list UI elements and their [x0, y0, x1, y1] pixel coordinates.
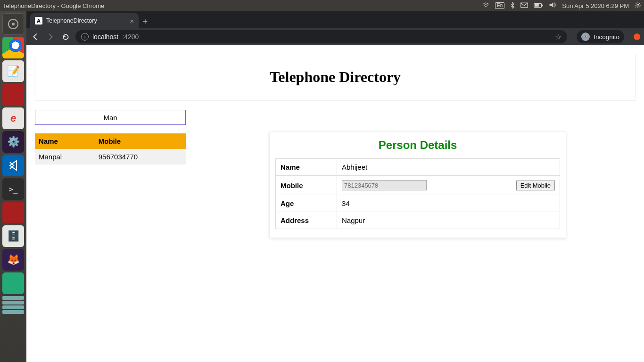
edit-mobile-button[interactable]: Edit Mobile	[516, 181, 555, 190]
incognito-icon: 👓	[581, 33, 590, 41]
browser-toolbar: i localhost:4200 ☆ 👓 Incognito	[26, 28, 644, 45]
volume-icon[interactable]	[549, 2, 556, 9]
results-table: Name Mobile Manpal 9567034770	[35, 133, 186, 165]
launcher-running-apps	[2, 296, 24, 314]
url-port: :4200	[122, 33, 139, 41]
label-address: Address	[276, 212, 337, 229]
svg-rect-4	[535, 4, 539, 7]
label-mobile: Mobile	[276, 176, 337, 195]
tabstrip: A TelephoneDirectory × +	[26, 11, 644, 28]
address-bar[interactable]: i localhost:4200 ☆	[75, 30, 567, 43]
col-mobile-header: Mobile	[95, 133, 186, 149]
clock[interactable]: Sun Apr 5 2020 6:29 PM	[562, 2, 629, 9]
search-input[interactable]	[35, 110, 186, 125]
bookmark-icon[interactable]: ☆	[555, 33, 561, 41]
person-details-card: Person Details Name Abhijeet Mobile	[269, 132, 566, 238]
details-table: Name Abhijeet Mobile Edit Mobile	[275, 158, 560, 229]
launcher-chrome-icon[interactable]	[2, 37, 24, 58]
launcher-pdf-icon[interactable]	[2, 107, 24, 129]
results-header-row: Name Mobile	[35, 133, 186, 149]
mail-icon[interactable]	[520, 2, 528, 9]
svg-point-5	[637, 4, 639, 6]
bluetooth-icon[interactable]	[510, 2, 515, 10]
tab-title: TelephoneDirectory	[46, 17, 97, 24]
value-age: 34	[337, 195, 560, 212]
page-header-card: Telephone Directory	[35, 54, 636, 100]
new-tab-button[interactable]: +	[139, 15, 152, 28]
launcher-app2-icon[interactable]	[2, 202, 24, 223]
forward-button[interactable]	[45, 32, 56, 42]
language-indicator[interactable]: En	[495, 2, 504, 9]
page-title: Telephone Directory	[35, 68, 635, 86]
incognito-indicator[interactable]: 👓 Incognito	[577, 30, 624, 43]
profile-avatar-icon[interactable]	[634, 33, 640, 40]
details-heading: Person Details	[275, 139, 560, 152]
label-name: Name	[276, 159, 337, 176]
url-host: localhost	[92, 33, 118, 41]
launcher-vscode-icon[interactable]	[2, 155, 24, 176]
svg-line-12	[639, 3, 640, 4]
svg-line-11	[639, 7, 640, 8]
launcher-settings-icon[interactable]: ⚙️	[2, 131, 24, 153]
back-button[interactable]	[30, 32, 41, 42]
table-row[interactable]: Manpal 9567034770	[35, 149, 186, 165]
launcher-app-icon[interactable]	[2, 84, 24, 106]
mobile-field	[342, 180, 427, 190]
svg-point-15	[12, 23, 15, 25]
launcher-app3-icon[interactable]	[2, 272, 24, 294]
launcher-dash-icon[interactable]	[2, 13, 24, 35]
browser-tab[interactable]: A TelephoneDirectory ×	[30, 13, 139, 28]
wifi-icon[interactable]	[482, 2, 489, 9]
reload-button[interactable]	[60, 32, 71, 42]
settings-gear-icon[interactable]	[635, 2, 641, 10]
site-info-icon[interactable]: i	[81, 33, 89, 41]
favicon-icon: A	[35, 17, 42, 25]
value-address: Nagpur	[337, 212, 560, 229]
browser-window: A TelephoneDirectory × + i localhost:420…	[26, 11, 644, 362]
svg-point-0	[485, 6, 487, 7]
launcher: 📝 ⚙️ >_ 🗄️ 🦊	[0, 11, 26, 362]
launcher-files-icon[interactable]: 🗄️	[2, 225, 24, 247]
svg-line-13	[636, 7, 636, 8]
launcher-terminal-icon[interactable]: >_	[2, 178, 24, 200]
window-title: TelephoneDirectory - Google Chrome	[3, 2, 104, 9]
launcher-firefox-icon[interactable]: 🦊	[2, 249, 24, 271]
os-menubar: TelephoneDirectory - Google Chrome En Su…	[0, 0, 644, 11]
battery-icon[interactable]	[534, 2, 543, 9]
svg-rect-3	[542, 4, 543, 6]
label-age: Age	[276, 195, 337, 212]
close-tab-icon[interactable]: ×	[130, 17, 134, 25]
result-mobile: 9567034770	[95, 149, 186, 165]
col-name-header: Name	[35, 133, 95, 149]
launcher-text-editor-icon[interactable]: 📝	[2, 60, 24, 82]
incognito-label: Incognito	[594, 33, 619, 41]
page-viewport: Telephone Directory Name Mobile	[26, 45, 644, 362]
value-name: Abhijeet	[337, 159, 560, 176]
result-name: Manpal	[35, 149, 95, 165]
svg-line-10	[636, 3, 636, 4]
